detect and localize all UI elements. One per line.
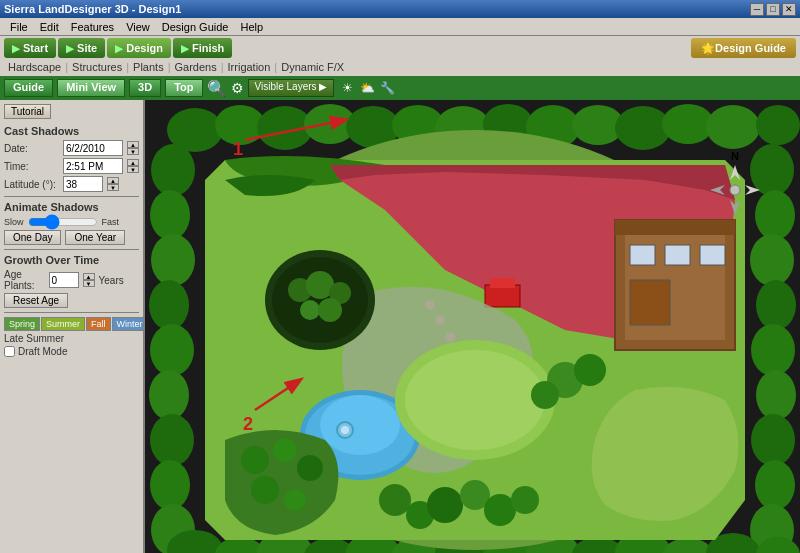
nav-tabs: ▶ Start ▶ Site ▶ Design ▶ Finish 🌟 Desig… [4, 38, 796, 58]
svg-point-12 [662, 104, 714, 144]
settings-icon[interactable]: 🔧 [378, 79, 396, 97]
sub-nav-irrigation[interactable]: Irrigation [224, 61, 275, 73]
date-down-btn[interactable]: ▼ [127, 148, 139, 155]
reset-age-button[interactable]: Reset Age [4, 293, 68, 308]
tab-finish-label: Finish [192, 42, 224, 54]
svg-point-18 [149, 280, 189, 330]
latitude-input[interactable] [63, 176, 103, 192]
title-bar: Sierra LandDesigner 3D - Design1 ─ □ ✕ [0, 0, 800, 18]
svg-point-59 [445, 332, 455, 342]
sub-nav-structures[interactable]: Structures [68, 61, 126, 73]
animate-slider[interactable] [28, 216, 98, 228]
tab-site[interactable]: ▶ Site [58, 38, 105, 58]
sub-nav-dynamic-fx[interactable]: Dynamic F/X [277, 61, 348, 73]
latitude-down-btn[interactable]: ▼ [107, 184, 119, 191]
window-controls: ─ □ ✕ [750, 3, 796, 16]
time-input[interactable] [63, 158, 123, 174]
svg-rect-50 [615, 220, 735, 235]
menu-design-guide[interactable]: Design Guide [156, 21, 235, 33]
latitude-label: Latitude (°): [4, 179, 59, 190]
tutorial-button[interactable]: Tutorial [4, 104, 51, 119]
season-summer-tab[interactable]: Summer [41, 317, 85, 331]
svg-point-28 [751, 324, 795, 376]
maximize-button[interactable]: □ [766, 3, 780, 16]
date-label: Date: [4, 143, 59, 154]
menu-bar: File Edit Features View Design Guide Hel… [0, 18, 800, 36]
svg-point-87 [427, 487, 463, 523]
sun-icon[interactable]: ☀ [338, 79, 356, 97]
guide-label: Guide [13, 81, 44, 93]
svg-point-67 [320, 395, 400, 455]
age-input[interactable] [49, 272, 79, 288]
draft-mode-row: Draft Mode [4, 346, 139, 357]
camera-settings-icon[interactable]: ⚙ [231, 80, 244, 96]
menu-view[interactable]: View [120, 21, 156, 33]
3d-label: 3D [138, 81, 152, 93]
svg-point-16 [150, 190, 190, 240]
latitude-spinner: ▲ ▼ [107, 177, 119, 191]
date-up-btn[interactable]: ▲ [127, 141, 139, 148]
mini-view-button[interactable]: Mini View [57, 79, 125, 97]
svg-point-21 [150, 414, 194, 466]
time-up-btn[interactable]: ▲ [127, 159, 139, 166]
design-guide-icon: 🌟 [701, 42, 715, 55]
design-guide-button[interactable]: 🌟 Design Guide [691, 38, 796, 58]
svg-point-80 [251, 476, 279, 504]
svg-point-24 [750, 144, 794, 196]
svg-point-58 [435, 315, 445, 325]
menu-help[interactable]: Help [234, 21, 269, 33]
svg-rect-52 [665, 245, 690, 265]
guide-button[interactable]: Guide [4, 79, 53, 97]
tab-design-label: Design [126, 42, 163, 54]
toolbar-icons: ☀ ⛅ 🔧 [338, 79, 396, 97]
svg-point-20 [149, 370, 189, 420]
fast-label: Fast [102, 217, 120, 227]
close-button[interactable]: ✕ [782, 3, 796, 16]
visible-layers-label: Visible Layers ▶ [255, 81, 328, 92]
slow-label: Slow [4, 217, 24, 227]
minimize-button[interactable]: ─ [750, 3, 764, 16]
svg-point-76 [405, 350, 545, 450]
one-day-button[interactable]: One Day [4, 230, 61, 245]
design-guide-label: Design Guide [715, 42, 786, 54]
zoom-icon[interactable]: 🔍 [207, 79, 227, 98]
late-summer-text: Late Summer [4, 333, 139, 344]
finish-arrow-icon: ▶ [181, 43, 189, 54]
tab-design[interactable]: ▶ Design [107, 38, 171, 58]
one-year-button[interactable]: One Year [65, 230, 125, 245]
divider-1 [4, 196, 139, 197]
visible-layers-button[interactable]: Visible Layers ▶ [248, 79, 335, 97]
time-spinner: ▲ ▼ [127, 159, 139, 173]
svg-point-74 [318, 298, 342, 322]
cloud-icon[interactable]: ⛅ [358, 79, 376, 97]
date-input[interactable] [63, 140, 123, 156]
tab-finish[interactable]: ▶ Finish [173, 38, 232, 58]
svg-point-27 [756, 280, 796, 330]
menu-edit[interactable]: Edit [34, 21, 65, 33]
menu-features[interactable]: Features [65, 21, 120, 33]
season-fall-tab[interactable]: Fall [86, 317, 111, 331]
age-label: Age Plants: [4, 269, 45, 291]
latitude-up-btn[interactable]: ▲ [107, 177, 119, 184]
age-down-btn[interactable]: ▼ [83, 280, 95, 287]
svg-point-81 [284, 489, 306, 511]
growth-title: Growth Over Time [4, 254, 139, 266]
draft-mode-checkbox[interactable] [4, 346, 15, 357]
top-button[interactable]: Top [165, 79, 202, 97]
svg-point-15 [151, 144, 195, 196]
season-spring-tab[interactable]: Spring [4, 317, 40, 331]
sub-nav-hardscape[interactable]: Hardscape [4, 61, 65, 73]
season-winter-tab[interactable]: Winter [112, 317, 145, 331]
age-up-btn[interactable]: ▲ [83, 273, 95, 280]
time-down-btn[interactable]: ▼ [127, 166, 139, 173]
toolbar-area: ▶ Start ▶ Site ▶ Design ▶ Finish 🌟 Desig… [0, 36, 800, 76]
svg-point-19 [150, 324, 194, 376]
svg-point-84 [531, 381, 559, 409]
garden-canvas: N 1 2 [145, 100, 800, 553]
svg-point-57 [425, 300, 435, 310]
tab-start[interactable]: ▶ Start [4, 38, 56, 58]
sub-nav-gardens[interactable]: Gardens [171, 61, 221, 73]
sub-nav-plants[interactable]: Plants [129, 61, 168, 73]
menu-file[interactable]: File [4, 21, 34, 33]
3d-button[interactable]: 3D [129, 79, 161, 97]
